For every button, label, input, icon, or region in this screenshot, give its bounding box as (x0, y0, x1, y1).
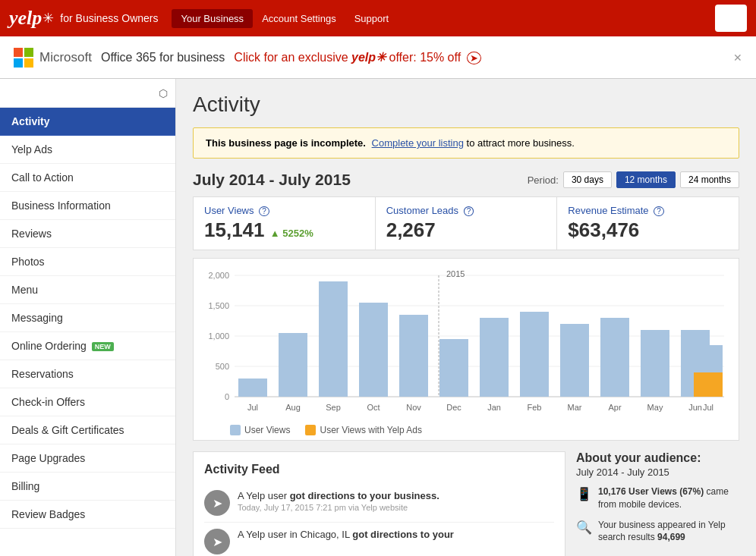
audience-item-search: 🔍 Your business appeared in Yelp search … (576, 519, 739, 545)
svg-rect-19 (520, 312, 549, 397)
period-24months[interactable]: 24 months (680, 171, 739, 188)
feed-meta-1: Today, July 17, 2015 7:21 pm via Yelp we… (238, 503, 439, 512)
svg-text:Jul: Jul (703, 403, 713, 412)
yelp-logo: yelp ✳ (9, 7, 54, 30)
ad-close-button[interactable]: ✕ (733, 52, 742, 64)
svg-rect-13 (319, 281, 348, 397)
audience-item-mobile: 📱 10,176 User Views (67%) came from mobi… (576, 485, 739, 511)
bottom-section: Activity Feed ➤ A Yelp user got directio… (193, 451, 739, 556)
legend-blue-swatch (230, 425, 241, 435)
svg-text:1,000: 1,000 (208, 331, 229, 341)
svg-text:500: 500 (216, 362, 229, 371)
sidebar-item-business-information[interactable]: Business Information (0, 192, 175, 220)
svg-rect-22 (641, 330, 669, 397)
legend-orange-swatch (305, 425, 316, 435)
stats-cards: User Views ? 15,141 ▲ 5252% Customer Lea… (193, 196, 739, 250)
stats-header: July 2014 - July 2015 Period: 30 days 12… (193, 171, 739, 189)
svg-rect-14 (359, 303, 388, 397)
stat-value-user-views: 15,141 ▲ 5252% (204, 218, 364, 242)
legend-yelp-ads-views: User Views with Yelp Ads (305, 425, 422, 435)
ms-name: Microsoft (39, 50, 92, 65)
sidebar-header: ⬡ (0, 79, 175, 108)
sidebar-item-check-in-offers[interactable]: Check-in Offers (0, 388, 175, 416)
feed-item-2: ➤ A Yelp user in Chicago, IL got directi… (204, 523, 554, 556)
audience-mobile-text: 10,176 User Views (67%) came from mobile… (598, 485, 739, 511)
legend-user-views: User Views (230, 425, 290, 435)
activity-feed-title: Activity Feed (204, 463, 554, 476)
period-selector: Period: 30 days 12 months 24 months (528, 171, 739, 188)
feed-content-1: A Yelp user got directions to your busin… (238, 490, 439, 516)
user-views-info-icon[interactable]: ? (259, 206, 269, 216)
chart-legend: User Views User Views with Yelp Ads (200, 425, 732, 435)
header-nav-support[interactable]: Support (345, 9, 398, 28)
feed-text-2: A Yelp user in Chicago, IL got direction… (238, 529, 454, 540)
header-nav-account-settings[interactable]: Account Settings (253, 9, 345, 28)
svg-rect-20 (560, 324, 589, 397)
svg-text:Aug: Aug (285, 403, 301, 412)
stat-card-user-views: User Views ? 15,141 ▲ 5252% (194, 197, 376, 250)
stat-card-revenue: Revenue Estimate ? $63,476 (557, 197, 739, 250)
feed-icon-2: ➤ (204, 529, 230, 554)
svg-text:1,500: 1,500 (208, 301, 229, 310)
sidebar-item-billing[interactable]: Billing (0, 473, 175, 501)
sidebar-expand-icon[interactable]: ⬡ (159, 87, 168, 99)
content-area: Activity This business page is incomplet… (176, 79, 756, 556)
svg-text:Sep: Sep (326, 403, 341, 412)
search-icon: 🔍 (576, 520, 592, 536)
stat-card-customer-leads: Customer Leads ? 2,267 (376, 197, 558, 250)
svg-text:Jul: Jul (247, 403, 258, 412)
header-avatar[interactable] (715, 5, 747, 32)
header-nav-your-business[interactable]: Your Business (172, 9, 253, 28)
sidebar-item-photos[interactable]: Photos (0, 248, 175, 276)
alert-link[interactable]: Complete your listing (372, 137, 464, 149)
mobile-icon: 📱 (576, 486, 592, 502)
sidebar-item-messaging[interactable]: Messaging (0, 304, 175, 332)
audience-search-text: Your business appeared in Yelp search re… (598, 519, 739, 545)
svg-rect-12 (279, 333, 307, 397)
svg-text:Nov: Nov (406, 403, 421, 412)
svg-text:Jun: Jun (688, 403, 702, 412)
period-30days[interactable]: 30 days (563, 171, 612, 188)
ad-cta[interactable]: Click for an exclusive yelp✳ offer: 15% … (234, 50, 480, 64)
alert-box: This business page is incomplete. Comple… (193, 127, 739, 159)
feed-icon-1: ➤ (204, 490, 230, 516)
header-nav: Your Business Account Settings Support (172, 9, 398, 28)
sidebar-item-yelp-ads[interactable]: Yelp Ads (0, 136, 175, 164)
sidebar-item-menu[interactable]: Menu (0, 276, 175, 304)
sidebar-item-call-to-action[interactable]: Call to Action (0, 164, 175, 192)
sidebar-item-activity[interactable]: Activity (0, 108, 175, 136)
growth-indicator: ▲ 5252% (270, 228, 313, 239)
customer-leads-info-icon[interactable]: ? (464, 206, 474, 216)
period-12months[interactable]: 12 months (616, 171, 676, 188)
revenue-info-icon[interactable]: ? (654, 206, 664, 216)
svg-text:Feb: Feb (528, 403, 542, 412)
page-title: Activity (193, 93, 739, 117)
sidebar-item-review-badges[interactable]: Review Badges (0, 501, 175, 529)
sidebar-item-page-upgrades[interactable]: Page Upgrades (0, 444, 175, 473)
svg-text:Dec: Dec (446, 403, 461, 412)
main-layout: ⬡ Activity Yelp Ads Call to Action Busin… (0, 79, 756, 556)
activity-feed: Activity Feed ➤ A Yelp user got directio… (193, 451, 565, 556)
svg-text:Mar: Mar (568, 403, 582, 412)
svg-rect-25 (694, 372, 723, 397)
sidebar-item-online-ordering[interactable]: Online Ordering NEW (0, 332, 175, 360)
ms-grid-icon (14, 48, 33, 68)
stat-label-user-views: User Views ? (204, 205, 364, 216)
ad-text: Office 365 for business (101, 51, 225, 64)
stat-label-customer-leads: Customer Leads ? (386, 205, 547, 216)
svg-text:Oct: Oct (367, 403, 380, 412)
feed-text-1: A Yelp user got directions to your busin… (238, 490, 439, 501)
sidebar-item-reviews[interactable]: Reviews (0, 220, 175, 248)
sidebar-item-reservations[interactable]: Reservations (0, 360, 175, 388)
chart-svg: 2,000 1,500 1,000 500 0 (200, 268, 732, 419)
header: yelp ✳ for Business Owners Your Business… (0, 0, 756, 36)
period-label: Period: (528, 174, 559, 186)
sidebar-item-deals[interactable]: Deals & Gift Certificates (0, 416, 175, 444)
feed-item-1: ➤ A Yelp user got directions to your bus… (204, 484, 554, 523)
yelp-logo-icon: yelp (9, 7, 42, 30)
svg-rect-15 (399, 315, 428, 397)
svg-text:0: 0 (225, 392, 229, 401)
svg-text:Apr: Apr (608, 403, 621, 412)
svg-rect-11 (238, 379, 267, 397)
svg-rect-21 (600, 318, 629, 397)
